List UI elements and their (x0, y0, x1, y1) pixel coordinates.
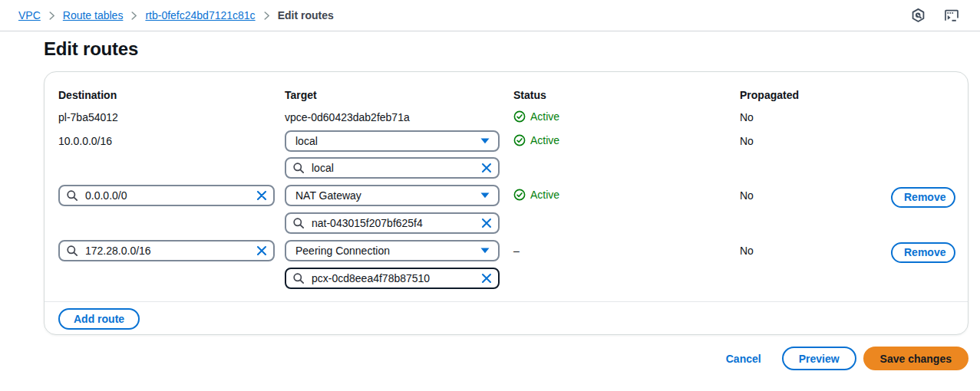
chevron-right-icon (48, 11, 55, 21)
save-changes-button[interactable]: Save changes (863, 347, 968, 370)
breadcrumb-bar: VPC Route tables rtb-0fefc24bd7121c81c E… (0, 0, 980, 31)
check-circle-icon (513, 134, 526, 146)
column-header-status: Status (513, 88, 667, 102)
route-row-2-target-search (285, 157, 500, 179)
breadcrumb-current: Edit routes (278, 9, 334, 21)
route-row-3-destination-input[interactable] (58, 185, 275, 206)
route-row-4-remove-button[interactable]: Remove (891, 242, 955, 263)
route-row-3-target-select[interactable]: NAT Gateway (285, 185, 500, 206)
column-header-target: Target (285, 88, 500, 102)
route-row-2-status: Active (513, 133, 667, 150)
route-row-2-destination: 10.0.0.0/16 (58, 134, 275, 148)
caret-down-icon (480, 138, 490, 144)
page-title: Edit routes (44, 38, 138, 60)
breadcrumb-link-route-tables[interactable]: Route tables (63, 9, 124, 21)
cloudshell-icon[interactable] (942, 5, 962, 25)
route-row-4-target-search-input[interactable] (285, 268, 500, 289)
caret-down-icon (480, 248, 490, 254)
add-route-button[interactable]: Add route (58, 308, 140, 330)
cancel-button[interactable]: Cancel (726, 353, 761, 365)
route-row-3-status: Active (513, 188, 667, 204)
route-row-4-target-select[interactable]: Peering Connection (285, 240, 500, 261)
status-text: Active (530, 110, 559, 123)
amazon-q-icon[interactable] (908, 5, 928, 25)
topbar-icons (908, 5, 962, 25)
selected-option: NAT Gateway (295, 189, 361, 202)
edit-routes-page: VPC Route tables rtb-0fefc24bd7121c81c E… (0, 0, 980, 391)
selected-option: Peering Connection (295, 245, 390, 257)
clear-icon[interactable] (480, 217, 493, 229)
clear-icon[interactable] (480, 272, 493, 284)
route-row-4-propagated: No (740, 244, 832, 258)
route-row-3-target-search (285, 212, 500, 234)
breadcrumb: VPC Route tables rtb-0fefc24bd7121c81c E… (18, 9, 334, 21)
caret-down-icon (480, 192, 490, 199)
route-row-2-propagated: No (740, 134, 832, 148)
breadcrumb-link-vpc[interactable]: VPC (18, 9, 41, 21)
route-row-4-destination-search (58, 240, 275, 261)
footer-actions: Cancel Preview Save changes (726, 347, 968, 370)
check-circle-icon (513, 189, 526, 201)
column-header-propagated: Propagated (740, 88, 832, 102)
selected-option: local (295, 135, 318, 147)
preview-button[interactable]: Preview (782, 347, 856, 370)
route-row-2-target-search-input[interactable] (285, 157, 500, 179)
route-row-1-destination: pl-7ba54012 (58, 110, 275, 124)
route-row-4-status: – (513, 244, 667, 258)
clear-icon[interactable] (256, 189, 268, 202)
route-row-1-status: Active (513, 110, 667, 126)
route-row-3-propagated: No (740, 189, 832, 202)
route-row-1-target: vpce-0d60423dab2feb71a (285, 110, 500, 124)
chevron-right-icon (130, 11, 137, 21)
column-header-destination: Destination (58, 88, 275, 102)
status-text: Active (530, 188, 559, 202)
clear-icon[interactable] (480, 162, 493, 174)
route-row-2-target-select[interactable]: local (285, 130, 500, 152)
routes-card: Destination Target Status Propagated pl-… (44, 71, 968, 335)
route-row-3-destination-search (58, 185, 275, 206)
breadcrumb-link-route-table-id[interactable]: rtb-0fefc24bd7121c81c (145, 9, 255, 21)
chevron-right-icon (263, 11, 270, 21)
route-row-3-target-search-input[interactable] (285, 212, 500, 234)
route-row-1-propagated: No (740, 110, 832, 124)
card-footer-divider (45, 301, 968, 302)
status-text: Active (530, 133, 559, 147)
route-row-4-destination-input[interactable] (58, 240, 275, 261)
check-circle-icon (513, 110, 526, 123)
route-row-4-target-search (285, 268, 500, 289)
clear-icon[interactable] (256, 245, 268, 257)
route-row-3-remove-button[interactable]: Remove (891, 187, 955, 208)
